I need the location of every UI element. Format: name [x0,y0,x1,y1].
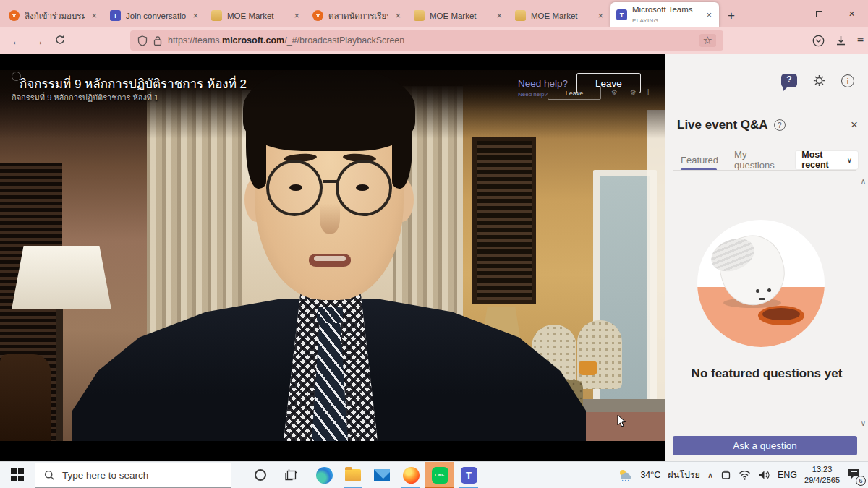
scroll-up-arrow[interactable]: ∧ [861,177,866,185]
need-help-link-small[interactable]: Need help? [518,91,548,98]
close-icon[interactable]: × [90,10,98,21]
line-icon: LINE [432,467,448,484]
edge-app-button[interactable] [310,462,339,488]
panel-header-icons: ? i [781,74,854,87]
firefox-icon [403,467,420,484]
settings-gear-icon[interactable]: ⚙ [611,88,618,96]
speaker-teeth [314,256,346,261]
restore-button[interactable] [803,0,835,27]
info-icon[interactable]: i [841,74,854,87]
close-icon[interactable]: × [292,10,301,21]
close-icon[interactable]: × [393,10,402,21]
illustration-jar-lid-ground [758,306,804,325]
edge-icon [316,467,333,484]
info-icon[interactable]: i [647,88,649,96]
illustration-jar-cap [706,233,759,278]
scroll-down-arrow[interactable]: ∨ [861,419,866,427]
tab-moe-market-1[interactable]: MOE Market × [205,4,307,27]
illustration-mouth [759,298,765,300]
illustration-eye [756,289,760,293]
cortana-icon[interactable] [255,469,266,481]
close-panel-icon[interactable]: × [851,118,858,132]
video-subtitle: กิจกรรมที่ 9 หลักการปฏิบัติราชการ ห้องที… [12,91,158,104]
weather-description[interactable]: ฝนโปรย [668,468,700,482]
tab-featured[interactable]: Featured [681,155,718,166]
volume-icon[interactable] [758,470,770,480]
mail-app-button[interactable] [367,462,396,488]
illustration-lid-inner [762,308,800,320]
scene-lamp-shade [12,246,111,309]
qa-tabs: Featured My questions Most recent ∨ [681,149,858,171]
sort-dropdown[interactable]: Most recent ∨ [796,151,858,169]
teams-favicon: T [616,9,627,20]
market-favicon [515,10,526,21]
lock-icon[interactable] [153,35,162,46]
market-favicon [211,10,222,21]
tab-microsoft-teams-active[interactable]: T Microsoft Teams PLAYING × [610,2,719,27]
close-icon[interactable]: × [495,10,503,21]
tab-learning-market[interactable]: ตลาดนัดการเรียนรู้ออ × [307,4,408,27]
close-window-button[interactable]: × [835,0,868,27]
qa-bubble-icon[interactable]: ? [781,74,797,87]
forward-button[interactable]: → [27,35,49,47]
tab-training-link[interactable]: ลิงก์เข้าร่วมอบรมออนไ × [3,4,104,27]
qa-title-row: Live event Q&A ? × [677,118,858,132]
speaker-mouth [309,254,351,267]
bookmark-star-icon[interactable]: ☆ [699,34,716,47]
scene-sheer-curtain [647,110,665,441]
menu-icon[interactable]: ≡ [857,35,864,48]
illustration-eye [767,288,771,292]
scene-shutter [472,137,536,304]
tab-moe-market-3[interactable]: MOE Market × [509,4,610,27]
start-button[interactable] [0,462,35,488]
shield-icon[interactable] [137,35,148,46]
browser-tab-bar: ลิงก์เข้าร่วมอบรมออนไ × T Join conversat… [0,0,868,27]
firefox-app-button[interactable] [396,462,425,488]
window-controls: × [770,0,868,27]
mouse-cursor [617,414,626,428]
teams-app-button[interactable]: T [454,462,483,488]
back-button[interactable]: ← [6,35,27,47]
weather-icon[interactable] [617,468,633,481]
search-placeholder: Type here to search [62,470,148,481]
help-icon[interactable]: ? [774,119,786,131]
hidden-icons-caret[interactable]: ∧ [707,471,713,480]
clock-time: 13:23 [804,464,840,475]
settings-gear-icon[interactable] [812,74,826,87]
tab-title: MOE Market [430,12,490,20]
close-icon[interactable]: × [596,10,605,21]
your-phone-icon[interactable] [720,470,731,481]
site-favicon [9,10,20,21]
weather-temperature[interactable]: 34°C [640,470,660,480]
url-text: https://teams.microsoft.com/_#/broadcast… [168,35,404,46]
tab-moe-market-2[interactable]: MOE Market × [408,4,509,27]
scene-chair [577,320,622,389]
ask-a-question-button[interactable]: Ask a question [673,436,857,455]
new-tab-button[interactable]: + [719,9,744,27]
file-explorer-app-button[interactable] [339,462,367,488]
wifi-icon[interactable] [739,470,751,480]
reload-button[interactable] [49,35,71,47]
leave-button-small[interactable]: Leave [548,87,601,100]
mail-icon [374,469,390,481]
close-icon[interactable]: × [705,9,713,20]
tab-join-conversation[interactable]: T Join conversation × [104,4,205,27]
close-icon[interactable]: × [191,10,200,21]
taskbar-clock[interactable]: 13:23 29/4/2565 [804,464,840,486]
line-app-button[interactable]: LINE [425,462,454,488]
url-bar[interactable]: https://teams.microsoft.com/_#/broadcast… [130,30,723,51]
close-icon: × [848,8,854,20]
speaker-hair-side [246,119,266,189]
tab-my-questions[interactable]: My questions [734,149,780,171]
task-view-icon[interactable] [285,468,298,481]
settings-gear-icon[interactable]: ⚙ [630,88,637,96]
language-indicator[interactable]: ENG [778,470,797,480]
live-event-video-player[interactable]: กิจกรรมที่ 9 หลักการปฏิบัติราชการ ห้องที… [0,54,665,461]
site-favicon [312,10,323,21]
taskbar-search-input[interactable]: Type here to search [35,463,231,488]
action-center-button[interactable]: 6 [847,468,864,483]
minimize-button[interactable] [770,0,803,27]
tab-title-block: Microsoft Teams PLAYING [632,5,699,24]
pocket-icon[interactable] [812,35,825,47]
download-icon[interactable] [835,35,847,47]
